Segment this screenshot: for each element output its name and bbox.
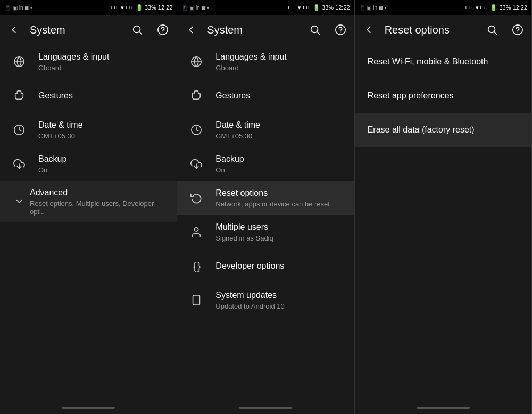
gestures-icon-2 xyxy=(186,85,207,106)
item-title-multiusers-2: Multiple users xyxy=(215,222,345,233)
item-content-datetime-2: Date & time GMT+05:30 xyxy=(215,120,345,140)
languages-icon-1 xyxy=(9,51,30,72)
wifi-icon-3: ▾ xyxy=(476,4,479,11)
home-bar-2 xyxy=(239,407,292,409)
status-icons-left-3: 📱 ▣ in ◼ • xyxy=(359,5,386,11)
search-button-1[interactable] xyxy=(128,20,147,39)
item-content-gestures-1: Gestures xyxy=(38,90,168,102)
settings-list-2: Languages & input Gboard Gestures Date &… xyxy=(177,45,354,401)
settings-list-1: Languages & input Gboard Gestures Date &… xyxy=(0,45,177,401)
item-content-datetime-1: Date & time GMT+05:30 xyxy=(38,120,168,140)
svg-point-16 xyxy=(195,228,198,231)
item-datetime-1[interactable]: Date & time GMT+05:30 xyxy=(0,113,177,147)
item-title-systemupdates-2: System updates xyxy=(215,290,345,301)
item-content-languages-1: Languages & input Gboard xyxy=(38,52,168,72)
battery-icon-2: 🔋 xyxy=(313,4,320,11)
item-datetime-2[interactable]: Date & time GMT+05:30 xyxy=(177,113,354,147)
top-bar-2: System xyxy=(177,15,354,45)
top-bar-3: Reset options xyxy=(355,15,531,45)
battery-icon: 🔋 xyxy=(136,4,143,11)
home-indicator-2 xyxy=(177,401,354,414)
item-content-languages-2: Languages & input Gboard xyxy=(215,52,345,72)
erase-data-label: Erase all data (factory reset) xyxy=(368,125,475,135)
reset-appprefs-item[interactable]: Reset app preferences xyxy=(355,79,531,113)
item-content-backup-2: Backup On xyxy=(215,154,345,174)
panel-1: 📱 ▣ in ◼ • LTE ▾ LTE 🔋 33% 12:22 System xyxy=(0,0,177,414)
reset-options-list: Reset Wi-Fi, mobile & Bluetooth Reset ap… xyxy=(355,45,531,401)
panel-3: 📱 ▣ in ◼ • LTE ▾ LTE 🔋 33% 12:22 Reset o… xyxy=(355,0,532,414)
panel-title-3: Reset options xyxy=(385,24,476,36)
item-languages-2[interactable]: Languages & input Gboard xyxy=(177,45,354,79)
battery-percent-2: 33% xyxy=(322,4,334,11)
item-title-gestures-2: Gestures xyxy=(215,90,345,102)
clock-icon-1 xyxy=(9,119,30,140)
item-gestures-1[interactable]: Gestures xyxy=(0,79,177,113)
lte-icon-2: LTE xyxy=(303,5,311,10)
svg-point-8 xyxy=(311,26,318,33)
languages-icon-2 xyxy=(186,51,207,72)
status-bar-right-3: LTE ▾ LTE 🔋 33% 12:22 xyxy=(466,4,527,11)
item-advanced-1[interactable]: Advanced Reset options, Multiple users, … xyxy=(0,181,177,222)
help-button-2[interactable] xyxy=(331,20,350,39)
item-reset-2[interactable]: Reset options Network, apps or device ca… xyxy=(177,181,354,215)
item-gestures-2[interactable]: Gestures xyxy=(177,79,354,113)
item-content-systemupdates-2: System updates Updated to Android 10 xyxy=(215,290,345,310)
erase-data-item[interactable]: Erase all data (factory reset) xyxy=(355,113,531,147)
time-1: 12:22 xyxy=(158,4,173,11)
item-title-backup-1: Backup xyxy=(38,154,168,165)
item-systemupdates-2[interactable]: System updates Updated to Android 10 xyxy=(177,283,354,317)
home-indicator-3 xyxy=(355,401,531,414)
time-3: 12:22 xyxy=(512,4,527,11)
item-title-languages-1: Languages & input xyxy=(38,52,168,63)
reset-wifi-item[interactable]: Reset Wi-Fi, mobile & Bluetooth xyxy=(355,45,531,79)
item-content-backup-1: Backup On xyxy=(38,154,168,174)
users-icon-2 xyxy=(186,221,207,243)
item-title-reset-2: Reset options xyxy=(215,188,345,199)
item-title-backup-2: Backup xyxy=(215,154,345,165)
signal-text: LTE xyxy=(111,5,119,10)
item-content-multiusers-2: Multiple users Signed in as Sadiq xyxy=(215,222,345,242)
home-bar-1 xyxy=(62,407,115,409)
battery-icon-3: 🔋 xyxy=(490,4,497,11)
lte-icon: LTE xyxy=(126,5,134,10)
item-subtitle-languages-2: Gboard xyxy=(215,64,345,72)
svg-line-1 xyxy=(140,32,142,34)
back-button-3[interactable] xyxy=(359,20,378,39)
whatsapp-icon: 📱 xyxy=(4,5,11,11)
status-bar-2: 📱 ▣ in ◼ • LTE ▾ LTE 🔋 33% 12:22 xyxy=(177,0,354,15)
item-title-developer-2: Developer options xyxy=(215,261,345,272)
home-indicator-1 xyxy=(0,401,177,414)
lte-icon-3: LTE xyxy=(480,5,489,10)
item-subtitle-multiusers-2: Signed in as Sadiq xyxy=(215,234,345,242)
svg-line-9 xyxy=(317,32,319,34)
backup-icon-2 xyxy=(186,153,207,175)
time-2: 12:22 xyxy=(335,4,350,11)
item-multiusers-2[interactable]: Multiple users Signed in as Sadiq xyxy=(177,215,354,249)
search-button-2[interactable] xyxy=(305,20,325,39)
back-button-2[interactable] xyxy=(181,20,201,39)
system-icon-2 xyxy=(186,289,207,311)
item-title-gestures-1: Gestures xyxy=(38,90,168,102)
search-button-3[interactable] xyxy=(483,20,502,39)
back-button-1[interactable] xyxy=(4,20,23,39)
status-bar-left-1: 📱 ▣ in ◼ • xyxy=(4,5,32,11)
wifi-icon-2: ▾ xyxy=(298,4,301,11)
item-developer-2[interactable]: { } Developer options xyxy=(177,249,354,283)
home-bar-3 xyxy=(417,407,470,409)
reset-icon-2 xyxy=(186,187,207,209)
signal-text-3: LTE xyxy=(466,5,474,10)
item-backup-1[interactable]: Backup On xyxy=(0,147,177,181)
item-content-gestures-2: Gestures xyxy=(215,90,345,102)
svg-line-20 xyxy=(494,32,496,34)
item-subtitle-reset-2: Network, apps or device can be reset xyxy=(215,200,345,208)
help-button-1[interactable] xyxy=(153,20,172,39)
item-backup-2[interactable]: Backup On xyxy=(177,147,354,181)
gestures-icon-1 xyxy=(9,85,30,106)
status-bar-right-1: LTE ▾ LTE 🔋 33% 12:22 xyxy=(111,4,172,11)
help-button-3[interactable] xyxy=(508,20,527,39)
item-content-developer-2: Developer options xyxy=(215,261,345,272)
status-bar-left-2: 📱 ▣ in ◼ • xyxy=(181,5,209,11)
status-icons-left-2: 📱 ▣ in ◼ • xyxy=(181,5,209,11)
svg-point-0 xyxy=(134,26,140,33)
item-languages-1[interactable]: Languages & input Gboard xyxy=(0,45,177,79)
